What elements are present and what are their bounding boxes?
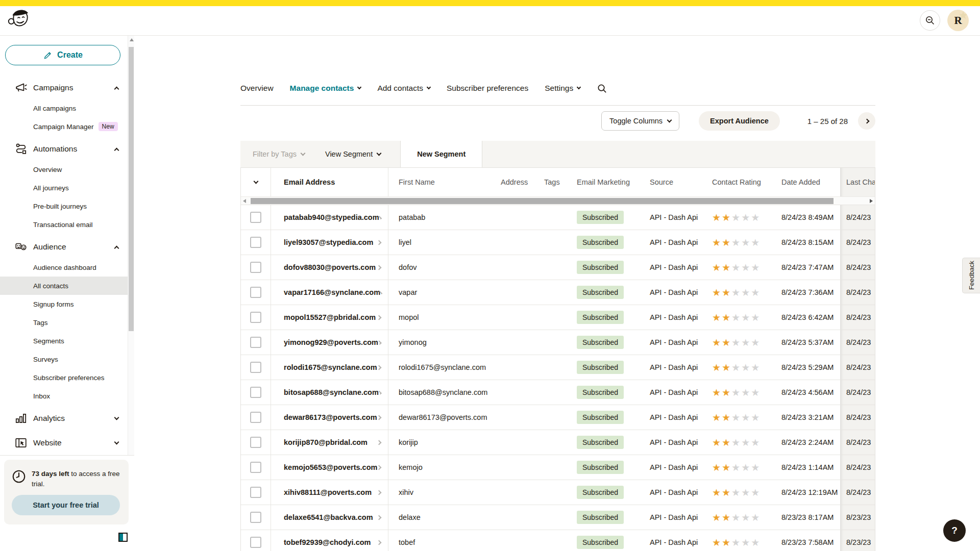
new-segment-button[interactable]: New Segment (400, 141, 482, 167)
contact-email-link[interactable]: mopol15527@pbridal.com (284, 313, 376, 321)
chevron-right-icon[interactable] (377, 515, 382, 520)
chevron-right-icon[interactable] (377, 365, 382, 370)
chevron-right-icon[interactable] (377, 490, 382, 495)
row-checkbox[interactable] (250, 212, 261, 223)
tab-label: Add contacts (377, 84, 423, 93)
star-icon: ★ (751, 462, 761, 473)
row-checkbox[interactable] (250, 537, 261, 548)
contact-email-link[interactable]: tobef92939@chodyi.com (284, 538, 371, 546)
account-avatar[interactable]: R (947, 10, 969, 31)
tab-add-contacts[interactable]: Add contacts (377, 84, 430, 93)
tab-settings[interactable]: Settings (545, 84, 580, 93)
sidebar-item-audience-dashboard[interactable]: Audience dashboard (0, 258, 128, 277)
section-chevron-icon (114, 415, 119, 420)
sidebar-item-overview[interactable]: Overview (0, 160, 128, 179)
tab-manage-contacts[interactable]: Manage contacts (290, 84, 361, 93)
sidebar-item-tags[interactable]: Tags (0, 313, 128, 332)
next-page-button[interactable] (858, 112, 875, 130)
tab-overview[interactable]: Overview (240, 84, 274, 93)
row-checkbox[interactable] (250, 337, 261, 348)
sidebar-item-segments[interactable]: Segments (0, 332, 128, 350)
sidebar-item-transactional-email[interactable]: Transactional email (0, 215, 128, 234)
contact-email-link[interactable]: korijip870@pbridal.com (284, 438, 368, 446)
chevron-right-icon[interactable] (377, 440, 382, 445)
row-checkbox[interactable] (250, 512, 261, 523)
contact-email-link[interactable]: liyel93057@stypedia.com (284, 238, 373, 246)
chevron-right-icon[interactable] (377, 540, 382, 545)
sidebar-item-surveys[interactable]: Surveys (0, 350, 128, 368)
sidebar-section-automations[interactable]: Automations (0, 138, 128, 160)
tab-subscriber-preferences[interactable]: Subscriber preferences (447, 84, 528, 93)
contact-email-link[interactable]: bitosap688@synclane.com (284, 388, 379, 396)
contact-email-link[interactable]: yimonog929@poverts.com (284, 338, 378, 346)
chevron-right-icon[interactable] (377, 240, 382, 245)
col-header-email-address[interactable]: Email Address (271, 168, 388, 196)
horizontal-scrollbar-thumb[interactable] (251, 198, 834, 204)
select-all-dropdown[interactable] (241, 168, 271, 196)
sidebar-section-analytics[interactable]: Analytics (0, 407, 128, 430)
contact-rating-stars: ★★★★★ (712, 312, 761, 323)
sidebar-item-all-journeys[interactable]: All journeys (0, 179, 128, 197)
contact-email-link[interactable]: kemojo5653@poverts.com (284, 463, 377, 471)
row-checkbox[interactable] (250, 312, 261, 323)
filter-by-tags-label: Filter by Tags (253, 150, 297, 158)
header-search-button[interactable] (920, 10, 940, 31)
mailchimp-logo-icon[interactable] (6, 7, 30, 31)
row-checkbox[interactable] (250, 237, 261, 248)
col-header-contact-rating: Contact Rating (710, 168, 776, 196)
export-audience-button[interactable]: Export Audience (699, 111, 780, 131)
toggle-columns-button[interactable]: Toggle Columns (601, 111, 679, 131)
help-button[interactable]: ? (943, 519, 966, 542)
view-segment-dropdown[interactable]: View Segment (325, 150, 381, 158)
sidebar-item-pre-built-journeys[interactable]: Pre-built journeys (0, 197, 128, 215)
chevron-right-icon[interactable] (377, 415, 382, 420)
row-checkbox[interactable] (250, 462, 261, 473)
sidebar-item-subscriber-preferences[interactable]: Subscriber preferences (0, 368, 128, 387)
sidebar-scrollbar[interactable] (128, 36, 134, 455)
horizontal-scrollbar[interactable] (241, 196, 875, 205)
contact-source: API - Dash Api (644, 255, 710, 280)
chevron-right-icon[interactable] (377, 265, 382, 270)
sidebar-item-signup-forms[interactable]: Signup forms (0, 295, 128, 313)
tabs-search-icon[interactable] (597, 83, 607, 94)
sidebar-item-all-contacts[interactable]: All contacts (0, 277, 128, 295)
filter-by-tags-dropdown[interactable]: Filter by Tags (253, 150, 305, 158)
chevron-right-icon[interactable] (377, 315, 382, 320)
contact-email-link[interactable]: patabab940@stypedia.com (284, 213, 379, 221)
contact-address (488, 505, 531, 530)
last-changed: 8/24/23 (840, 230, 875, 255)
contact-email-link[interactable]: delaxe6541@backva.com (284, 513, 373, 521)
contact-email-link[interactable]: dewar86173@poverts.com (284, 413, 377, 421)
row-checkbox[interactable] (250, 412, 261, 423)
contact-email-link[interactable]: xihiv88111@poverts.com (284, 488, 372, 496)
contact-first-name: dofov (388, 255, 488, 280)
sidebar-section-audience[interactable]: Audience (0, 236, 128, 258)
scrollbar-up-arrow-icon[interactable] (130, 38, 134, 41)
scroll-left-arrow-icon[interactable] (243, 199, 246, 203)
contact-address (488, 330, 531, 355)
star-icon: ★ (731, 237, 741, 248)
row-checkbox[interactable] (250, 387, 261, 398)
start-free-trial-button[interactable]: Start your free trial (12, 495, 120, 515)
feedback-tab[interactable]: Feedback (962, 258, 980, 293)
sidebar-item-all-campaigns[interactable]: All campaigns (0, 99, 128, 117)
row-checkbox[interactable] (250, 437, 261, 448)
star-icon: ★ (751, 387, 761, 398)
contact-email-link[interactable]: vapar17166@synclane.com (284, 288, 380, 296)
sidebar-item-campaign-manager[interactable]: Campaign Manager New (0, 117, 128, 136)
sidebar-item-inbox[interactable]: Inbox (0, 387, 128, 405)
contact-email-link[interactable]: rolodi1675@synclane.com (284, 363, 377, 371)
row-checkbox[interactable] (250, 487, 261, 498)
row-checkbox[interactable] (250, 287, 261, 298)
scroll-right-arrow-icon[interactable] (870, 199, 873, 203)
create-button[interactable]: Create (5, 45, 120, 65)
sidebar-section-campaigns[interactable]: Campaigns (0, 77, 128, 99)
row-checkbox[interactable] (250, 262, 261, 273)
sidebar-section-label: Audience (33, 242, 115, 252)
sidebar-scrollbar-thumb[interactable] (129, 47, 134, 331)
collapse-sidebar-icon[interactable] (118, 533, 128, 542)
row-checkbox[interactable] (250, 362, 261, 373)
contact-email-link[interactable]: dofov88030@poverts.com (284, 263, 376, 271)
contact-tags (531, 255, 570, 280)
sidebar-section-website[interactable]: Website (0, 432, 128, 454)
